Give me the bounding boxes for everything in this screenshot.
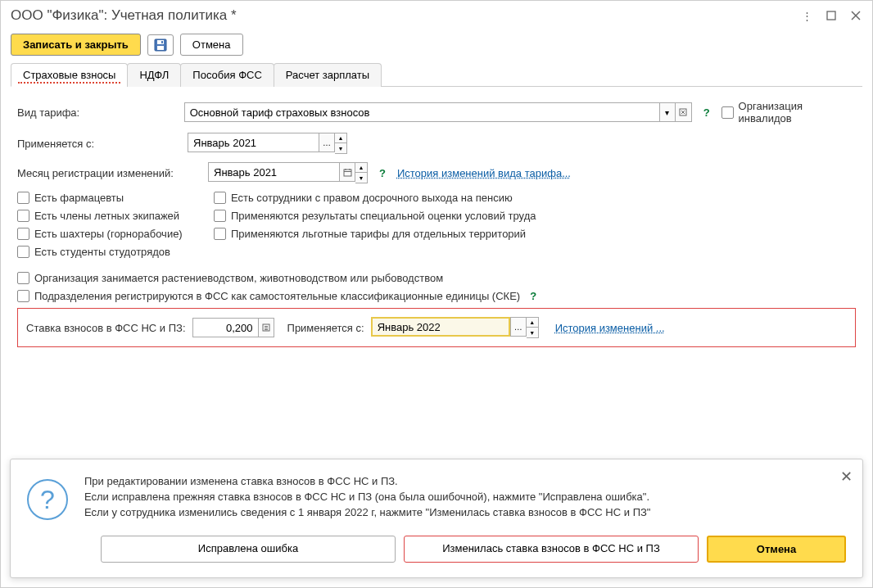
subdivisions-checkbox[interactable] — [17, 290, 29, 302]
dialog-close-icon[interactable]: ✕ — [840, 468, 853, 486]
territory-rates-checkbox[interactable] — [214, 228, 226, 240]
calendar-icon[interactable] — [339, 162, 355, 182]
more-icon[interactable]: ⋮ — [800, 9, 813, 22]
help-icon[interactable]: ? — [699, 106, 715, 119]
tariff-type-label: Вид тарифа: — [17, 106, 178, 119]
svg-rect-5 — [157, 46, 164, 50]
flight-crew-label: Есть члены летных экипажей — [34, 210, 179, 222]
special-eval-label: Применяются результаты специальной оценк… — [231, 210, 536, 222]
disabled-org-label: Организация инвалидов — [739, 100, 856, 124]
help-icon[interactable]: ? — [525, 290, 541, 302]
tab-label: Страховые взносы — [23, 69, 115, 81]
pharmacists-checkbox[interactable] — [17, 192, 29, 204]
miners-label: Есть шахтеры (горнорабочие) — [34, 228, 183, 240]
window-title: ООО "Физика": Учетная политика * — [11, 7, 800, 24]
save-button[interactable] — [147, 34, 174, 56]
tab-fss[interactable]: Пособия ФСС — [180, 63, 274, 87]
fss-applies-input[interactable] — [371, 317, 510, 337]
early-retire-label: Есть сотрудники с правом досрочного выхо… — [231, 192, 513, 204]
territory-rates-label: Применяются льготные тарифы для отдельны… — [231, 228, 526, 240]
save-close-button[interactable]: Записать и закрыть — [11, 34, 141, 56]
tariff-type-input[interactable] — [184, 102, 659, 122]
history-rate-link[interactable]: История изменений ... — [555, 322, 665, 334]
error-fixed-button[interactable]: Исправлена ошибка — [101, 536, 396, 563]
spin-up-icon[interactable]: ▲ — [355, 163, 367, 173]
fss-rate-label: Ставка взносов в ФСС НС и ПЗ: — [26, 322, 186, 334]
reg-month-label: Месяц регистрации изменений: — [17, 167, 201, 179]
maximize-icon[interactable] — [825, 9, 838, 22]
svg-rect-10 — [344, 170, 351, 176]
disabled-org-checkbox[interactable] — [721, 106, 734, 119]
spin-up-icon[interactable]: ▲ — [527, 318, 538, 328]
fss-applies-label: Применяется с: — [287, 322, 364, 334]
cancel-button[interactable]: Отмена — [180, 34, 243, 56]
tab-payroll[interactable]: Расчет зарплаты — [274, 63, 382, 87]
confirm-dialog: ✕ ? При редактировании изменена ставка в… — [10, 459, 863, 578]
history-tariff-link[interactable]: История изменений вида тарифа... — [397, 167, 571, 179]
rate-changed-button[interactable]: Изменилась ставка взносов в ФСС НС и ПЗ — [404, 536, 699, 563]
tab-ndfl[interactable]: НДФЛ — [127, 63, 181, 87]
students-checkbox[interactable] — [17, 246, 29, 258]
fss-rate-input[interactable] — [192, 318, 258, 337]
calculator-icon[interactable] — [258, 318, 274, 337]
dialog-message: При редактировании изменена ставка взнос… — [84, 474, 650, 521]
early-retire-checkbox[interactable] — [214, 192, 226, 204]
special-eval-checkbox[interactable] — [214, 210, 226, 222]
applies-from-label: Применяется с: — [17, 138, 181, 150]
help-icon[interactable]: ? — [374, 167, 391, 179]
ellipsis-icon[interactable]: … — [510, 317, 527, 337]
save-icon — [154, 38, 167, 52]
applies-from-input[interactable] — [188, 133, 319, 152]
subdivisions-label: Подразделения регистрируются в ФСС как с… — [34, 290, 520, 302]
agriculture-label: Организация занимается растениеводством,… — [34, 272, 443, 284]
question-icon: ? — [27, 479, 68, 520]
spin-down-icon[interactable]: ▼ — [355, 173, 367, 183]
spin-up-icon[interactable]: ▲ — [335, 133, 346, 143]
dialog-cancel-button[interactable]: Отмена — [707, 536, 846, 563]
spin-down-icon[interactable]: ▼ — [527, 328, 538, 337]
pharmacists-label: Есть фармацевты — [34, 192, 124, 204]
flight-crew-checkbox[interactable] — [17, 210, 29, 222]
students-label: Есть студенты студотрядов — [34, 246, 170, 258]
fss-rate-box: Ставка взносов в ФСС НС и ПЗ: Применяетс… — [17, 308, 856, 347]
tab-insurance[interactable]: Страховые взносы — [11, 63, 128, 87]
miners-checkbox[interactable] — [17, 228, 29, 240]
agriculture-checkbox[interactable] — [17, 272, 29, 284]
spin-down-icon[interactable]: ▼ — [335, 143, 346, 153]
open-ref-icon[interactable] — [676, 102, 692, 122]
close-icon[interactable] — [849, 9, 862, 22]
reg-month-input[interactable] — [208, 162, 339, 182]
svg-rect-0 — [827, 11, 835, 20]
dropdown-icon[interactable]: ▾ — [659, 102, 676, 122]
ellipsis-icon[interactable]: … — [319, 133, 335, 152]
svg-rect-6 — [161, 41, 163, 43]
